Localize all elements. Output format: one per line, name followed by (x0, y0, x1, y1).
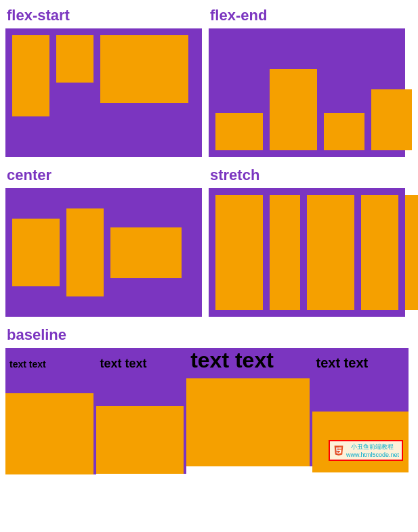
row-2: center stretch (5, 167, 413, 317)
html5-icon (333, 443, 345, 456)
baseline-section: baseline text text text text text text (5, 326, 413, 466)
flex-start-item-1 (12, 35, 49, 116)
stretch-box (209, 188, 405, 317)
flex-end-item-4 (371, 89, 412, 150)
baseline-item-2: text text (96, 355, 187, 474)
watermark-url: www.html5code.net (346, 451, 399, 458)
flex-end-item-3 (324, 113, 364, 150)
center-item-2 (66, 208, 104, 296)
flex-start-item-3 (100, 35, 188, 103)
watermark: 小丑鱼前端教程 www.html5code.net (329, 440, 403, 461)
baseline-orange-1 (5, 393, 93, 474)
center-item-3 (110, 227, 182, 278)
baseline-text-2: text text (96, 355, 151, 372)
stretch-item-5 (405, 195, 418, 310)
flex-end-item-1 (215, 113, 263, 150)
flex-start-section: flex-start (5, 7, 202, 157)
stretch-item-3 (307, 195, 354, 310)
watermark-html5-badge (333, 443, 345, 458)
baseline-text-3: text text (186, 348, 278, 373)
center-box (5, 188, 202, 317)
center-item-1 (12, 219, 60, 286)
stretch-item-4 (361, 195, 398, 310)
baseline-title: baseline (5, 326, 413, 344)
stretch-title: stretch (209, 167, 405, 184)
watermark-site-name: 小丑鱼前端教程 (351, 443, 394, 451)
baseline-item-3: text text (186, 348, 312, 466)
flex-start-inner (5, 28, 202, 157)
flex-end-title: flex-end (209, 7, 405, 24)
center-section: center (5, 167, 202, 317)
baseline-text-4: text text (312, 354, 373, 372)
flex-start-box (5, 28, 202, 157)
flex-end-box (209, 28, 405, 157)
baseline-orange-3 (186, 378, 309, 466)
center-title: center (5, 167, 202, 184)
flex-end-section: flex-end (209, 7, 405, 157)
center-inner (5, 188, 202, 317)
flex-end-item-2 (270, 69, 317, 150)
baseline-box: text text text text text text text text (5, 348, 409, 466)
stretch-item-2 (270, 195, 300, 310)
stretch-section: stretch (209, 167, 405, 317)
main-container: flex-start flex-end (0, 7, 418, 466)
baseline-text-1: text text (5, 356, 50, 372)
baseline-item-1: text text (5, 356, 96, 474)
flex-start-item-2 (56, 35, 93, 83)
flex-end-inner (209, 28, 405, 157)
row-1: flex-start flex-end (5, 7, 413, 157)
flex-start-title: flex-start (5, 7, 202, 24)
stretch-item-1 (215, 195, 263, 310)
baseline-orange-2 (96, 406, 184, 474)
stretch-inner (209, 188, 405, 317)
